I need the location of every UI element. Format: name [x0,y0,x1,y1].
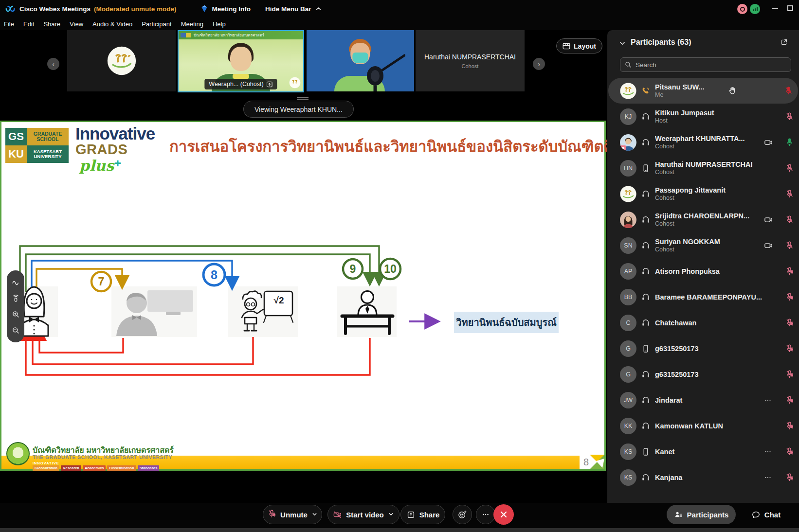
menu-view[interactable]: View [70,20,83,28]
share-button[interactable]: Share [400,505,445,524]
corner-logo-icon [289,77,301,89]
video-tile-interpreter[interactable] [307,30,414,91]
minimize-button[interactable] [772,8,778,9]
participants-list: Pitsanu SUW... Me KJ Kitikun Jumpasut Ho… [607,78,799,490]
logo-avatar [620,186,636,202]
smiley-plus-icon [457,510,467,519]
more-options-icon[interactable] [763,447,772,456]
more-options-icon[interactable] [763,473,772,482]
video-tile-active-speaker[interactable]: บัณฑิตวิทยาลัย มหาวิทยาลัยเกษตรศาสตร์ We… [178,30,304,92]
maximize-button[interactable] [787,5,793,11]
participant-row[interactable]: KS Kanet [607,439,799,464]
reactions-button[interactable] [453,505,472,524]
participant-role: Host [655,117,785,124]
participant-row[interactable]: BB Baramee BARAMEEPONPAYU... [607,284,799,310]
menu-meeting[interactable]: Meeting [181,20,203,28]
layout-button[interactable]: Layout [556,38,602,53]
mic-muted-lock-icon[interactable] [785,344,794,353]
chat-toggle-button[interactable]: Chat [744,505,788,524]
close-icon [500,511,508,518]
mic-muted-lock-icon[interactable] [785,395,794,405]
menu-participant[interactable]: Participant [142,20,171,28]
mic-muted-lock-icon[interactable] [785,447,794,456]
more-options-icon[interactable] [763,396,772,405]
zoom-out-icon[interactable] [11,326,20,335]
participants-title: Participants (63) [631,38,691,47]
search-input[interactable] [636,61,786,69]
participants-toggle-button[interactable]: Participants [667,505,736,524]
mic-muted-icon[interactable] [785,241,794,250]
menu-audio-video[interactable]: Audio & Video [92,20,132,28]
participant-role: Me [655,91,784,98]
participant-row[interactable]: SN Suriyan NGOKKAM Cohost [607,232,799,258]
participant-search[interactable] [620,57,791,72]
unmute-options-chevron-icon[interactable] [311,511,318,519]
menu-share[interactable]: Share [43,20,60,28]
participant-row[interactable]: KS Kanjana [607,464,799,490]
menu-edit[interactable]: Edit [23,20,34,28]
participant-row[interactable]: KK Kamonwan KATLUN [607,413,799,439]
initials-avatar: KJ [620,108,636,125]
laser-pointer-icon[interactable] [11,294,20,303]
mic-muted-lock-icon[interactable] [785,266,794,276]
participant-row[interactable]: C Chatchawan [607,310,799,336]
mic-muted-lock-icon[interactable] [785,292,794,301]
filmstrip-next-button[interactable]: › [533,58,545,70]
unmute-button[interactable]: Unmute [263,505,322,524]
video-off-icon [333,510,342,519]
mic-muted-lock-icon[interactable] [785,473,794,482]
mic-muted-icon[interactable] [785,163,794,173]
menu-help[interactable]: Help [213,20,226,28]
slide-page-number: 8 [583,457,589,468]
drag-handle[interactable] [297,97,309,101]
zoom-in-icon[interactable] [11,310,20,319]
participant-row[interactable]: G g6315250173 [607,336,799,361]
video-tile-name-only[interactable]: Haruthai NUMPRASERTCHAI Cohost [416,30,525,91]
participant-row[interactable]: AP Atisorn Phonpuksa [607,258,799,284]
title-bar: Cisco Webex Meetings (Moderated unmute m… [0,0,799,18]
hide-menu-bar-button[interactable]: Hide Menu Bar [265,5,322,13]
mic-muted-icon[interactable] [785,189,794,198]
participant-row[interactable]: Srijidtra CHAROENLARPN... Cohost [607,207,799,232]
headset-icon [641,292,651,302]
participant-row[interactable]: Weeraphart KHUNRATTA... Cohost [607,129,799,155]
initials-avatar: G [620,366,636,383]
meeting-info-button[interactable]: Meeting Info [200,4,251,13]
initials-avatar: JW [620,392,636,408]
video-tile-logo[interactable] [67,30,176,91]
mic-live-icon[interactable] [785,138,794,147]
initials-avatar: AP [620,263,636,280]
participant-row[interactable]: KJ Kitikun Jumpasut Host [607,104,799,129]
initials-avatar: HN [620,160,636,177]
participant-name: Baramee BARAMEEPONPAYU... [655,293,785,301]
start-video-button[interactable]: Start video [327,505,400,524]
mic-muted-red-icon[interactable] [784,86,793,95]
menu-file[interactable]: File [4,20,14,28]
mic-muted-lock-icon[interactable] [785,318,794,327]
participant-row[interactable]: JW Jindarat [607,387,799,413]
webex-window: Cisco Webex Meetings (Moderated unmute m… [0,0,799,532]
filmstrip-previous-button[interactable]: ‹ [47,58,59,70]
final-thesis-box: วิทยานิพนธ์ฉบับสมบูรณ์ [454,312,559,333]
footer-tags: GlobalizationResearchAcademicsDisseminat… [33,465,159,471]
participant-row[interactable]: Pitsanu SUW... Me [608,78,798,104]
more-options-button[interactable] [476,505,495,524]
annotate-icon[interactable] [11,278,20,287]
participant-row[interactable]: G g6315250173 [607,361,799,387]
mic-muted-icon[interactable] [785,112,794,121]
footer-tag: Research [61,465,81,471]
leave-meeting-button[interactable] [493,504,514,525]
footer-small-label: INNOVATIVE [33,461,59,465]
graduate-school-logo: GS GRADUATE SCHOOL KU KASETSART UNIVERSI… [5,128,69,163]
participant-role: Cohost [655,169,785,176]
mic-muted-lock-icon[interactable] [785,370,794,379]
headset-icon [641,395,651,405]
mic-muted-lock-icon[interactable] [785,421,794,430]
panel-collapse-chevron-icon[interactable] [619,40,626,47]
participant-row[interactable]: Passapong Jittavanit Cohost [607,181,799,207]
pop-out-panel-icon[interactable] [780,38,788,46]
mic-muted-icon[interactable] [785,215,794,224]
participant-row[interactable]: HN Haruthai NUMPRASERTCHAI Cohost [607,155,799,181]
video-options-chevron-icon[interactable] [388,511,394,519]
logo-avatar [620,83,636,99]
